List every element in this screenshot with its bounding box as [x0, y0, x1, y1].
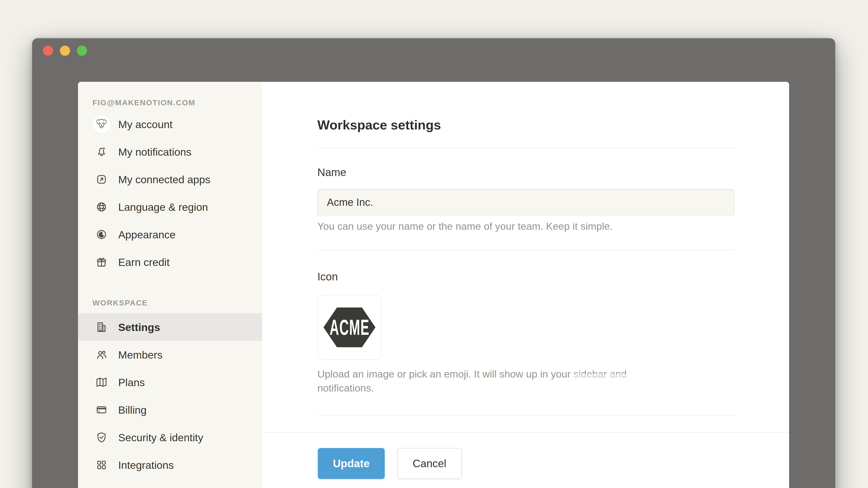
sidebar-item-integrations[interactable]: Integrations — [78, 451, 262, 479]
sidebar-item-label: Plans — [118, 376, 145, 389]
app-window: FIG@MAKENOTION.COM — [32, 38, 835, 488]
sidebar-item-label: Billing — [118, 404, 147, 416]
traffic-lights — [43, 46, 87, 56]
zoom-button[interactable] — [77, 46, 87, 56]
workspace-section-header: WORKSPACE — [92, 298, 262, 308]
window-titlebar[interactable] — [32, 38, 835, 82]
people-icon — [92, 346, 111, 364]
acme-logo-text: ACME — [330, 315, 370, 340]
icon-field-label: Icon — [317, 270, 735, 283]
sidebar-item-label: Security & identity — [118, 431, 203, 444]
credit-card-icon — [92, 401, 111, 419]
icon-helper-text: Upload an image or pick an emoji. It wil… — [317, 367, 688, 395]
sidebar-item-label: Members — [118, 349, 162, 361]
sidebar-item-appearance[interactable]: Appearance — [78, 221, 262, 248]
dog-avatar-icon — [92, 115, 111, 133]
account-nav-group: My account My notifications — [78, 110, 262, 276]
sidebar-item-my-notifications[interactable]: My notifications — [78, 138, 262, 166]
sidebar-item-members[interactable]: Members — [78, 341, 262, 368]
minimize-button[interactable] — [60, 46, 70, 56]
sidebar-item-my-account[interactable]: My account — [78, 110, 262, 138]
section-divider — [317, 415, 735, 416]
bell-icon — [92, 143, 111, 161]
building-icon — [92, 318, 111, 336]
modal-footer: Update Cancel — [262, 432, 789, 488]
sidebar-item-label: My connected apps — [118, 173, 211, 186]
settings-main-panel: Workspace settings Name You can use your… — [262, 82, 789, 488]
sidebar-item-earn-credit[interactable]: Earn credit — [78, 248, 262, 276]
close-button[interactable] — [43, 46, 53, 56]
sidebar-item-plans[interactable]: Plans — [78, 368, 262, 396]
settings-scroll-area[interactable]: Workspace settings Name You can use your… — [262, 82, 789, 416]
name-field-label: Name — [317, 166, 735, 179]
arrow-up-right-box-icon — [92, 170, 111, 188]
shield-check-icon — [92, 428, 111, 447]
sidebar-item-label: Settings — [118, 321, 160, 333]
icon-helper-prefix: Upload an image or pick an emoji. It wil… — [317, 368, 574, 380]
sidebar-item-settings[interactable]: Settings — [78, 313, 262, 341]
workspace-icon-picker[interactable]: ACME — [317, 295, 381, 360]
icon-helper-line2: notifications. — [317, 381, 688, 395]
sidebar-item-language-region[interactable]: Language & region — [78, 193, 262, 221]
moon-circle-icon — [92, 225, 111, 243]
section-divider — [317, 148, 735, 149]
name-helper-text: You can use your name or the name of you… — [317, 219, 688, 233]
update-button[interactable]: Update — [318, 448, 385, 479]
sidebar-item-my-connected-apps[interactable]: My connected apps — [78, 166, 262, 193]
settings-sidebar: FIG@MAKENOTION.COM — [78, 82, 262, 488]
sidebar-item-label: My account — [118, 118, 173, 131]
cancel-button[interactable]: Cancel — [397, 448, 462, 479]
workspace-nav-group: Settings Members — [78, 313, 262, 479]
sidebar-item-billing[interactable]: Billing — [78, 396, 262, 424]
footer-buttons: Update Cancel — [318, 448, 789, 479]
sidebar-item-label: Integrations — [118, 459, 174, 471]
sidebar-item-label: Appearance — [118, 228, 176, 241]
icon-helper-faded-words: sidebar and — [574, 368, 627, 380]
page-title: Workspace settings — [317, 117, 735, 133]
sidebar-item-label: Language & region — [118, 201, 208, 213]
settings-modal: FIG@MAKENOTION.COM — [78, 82, 789, 488]
gift-icon — [92, 253, 111, 271]
workspace-name-input[interactable] — [317, 189, 735, 215]
section-divider — [317, 250, 735, 250]
globe-icon — [92, 198, 111, 216]
sidebar-item-label: Earn credit — [118, 256, 169, 268]
grid-icon — [92, 456, 111, 474]
sidebar-item-label: My notifications — [118, 146, 191, 158]
map-icon — [92, 373, 111, 391]
acme-logo: ACME — [323, 307, 375, 347]
account-email-header: FIG@MAKENOTION.COM — [92, 98, 262, 107]
sidebar-item-security-identity[interactable]: Security & identity — [78, 424, 262, 451]
